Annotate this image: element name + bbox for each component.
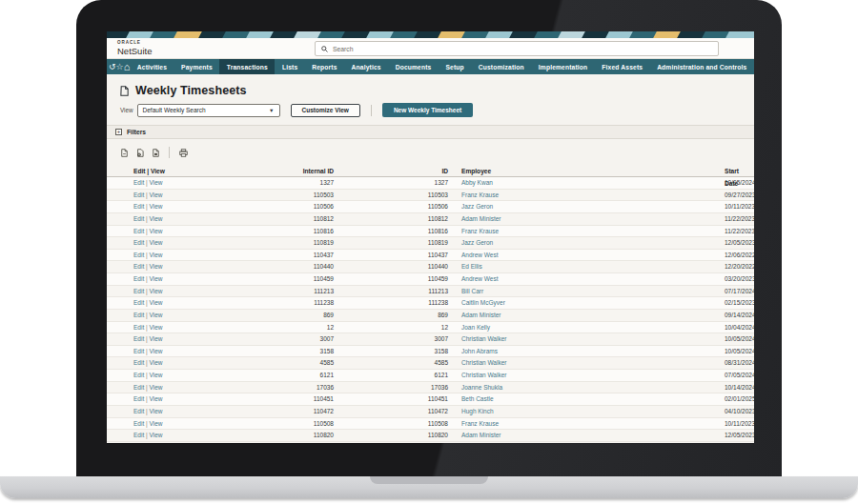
nav-item[interactable]: Payments [174, 59, 220, 74]
edit-link[interactable]: Edit [133, 263, 144, 270]
edit-link[interactable]: Edit [133, 384, 144, 391]
edit-link[interactable]: Edit [133, 203, 144, 210]
view-link[interactable]: View [150, 384, 163, 391]
edit-view-cell: Edit | View [133, 177, 219, 190]
employee-link[interactable]: Hugh Kinch [448, 406, 629, 418]
pipe-separator: | [146, 228, 148, 234]
shortcuts-star-icon[interactable]: ☆ [116, 59, 124, 74]
edit-link[interactable]: Edit [133, 215, 144, 222]
start-date-cell: 09/27/2023 [629, 190, 754, 202]
filters-bar[interactable]: + Filters [107, 125, 754, 139]
employee-link[interactable]: Christian Walker [448, 370, 629, 382]
employee-link[interactable]: Andrew West [448, 273, 629, 286]
view-link[interactable]: View [150, 263, 163, 270]
nav-item[interactable]: Analytics [344, 59, 388, 74]
recent-records-icon[interactable]: ↺ [109, 59, 116, 74]
edit-link[interactable]: Edit [133, 348, 144, 354]
employee-link[interactable]: Beth Castle [448, 393, 629, 406]
nav-item[interactable]: Fixed Assets [595, 59, 650, 74]
view-link[interactable]: View [150, 420, 163, 427]
employee-link[interactable]: Adam Minister [448, 310, 629, 322]
employee-link[interactable]: Franz Krause [448, 226, 629, 238]
view-select[interactable]: Default Weekly Search ▼ [137, 104, 280, 117]
employee-link[interactable]: Adam Minister [448, 213, 629, 226]
home-icon[interactable]: ⌂ [124, 59, 131, 74]
customize-view-button[interactable]: Customize View [291, 104, 360, 117]
nav-item[interactable]: Lists [275, 59, 304, 74]
edit-link[interactable]: Edit [133, 239, 144, 246]
id-cell: 110819 [334, 237, 448, 250]
new-weekly-timesheet-button[interactable]: New Weekly Timesheet [382, 103, 473, 117]
export-csv-icon[interactable] [121, 149, 128, 157]
view-link[interactable]: View [150, 228, 163, 234]
edit-link[interactable]: Edit [133, 359, 144, 366]
employee-link[interactable]: Abby Kwan [448, 177, 629, 190]
view-link[interactable]: View [150, 203, 163, 210]
employee-link[interactable]: Joan Kelly [448, 322, 629, 334]
employee-link[interactable]: Joanne Shukla [448, 382, 629, 394]
view-link[interactable]: View [150, 192, 163, 198]
nav-item[interactable]: Reports [305, 59, 344, 74]
nav-item[interactable]: Transactions [219, 59, 275, 74]
employee-link[interactable]: Christian Walker [448, 333, 629, 346]
nav-item[interactable]: Implementation [531, 59, 595, 74]
view-link[interactable]: View [150, 408, 163, 414]
edit-link[interactable]: Edit [133, 228, 144, 234]
nav-item[interactable]: Setup [439, 59, 471, 74]
view-link[interactable]: View [150, 299, 163, 306]
edit-link[interactable]: Edit [133, 312, 144, 318]
employee-link[interactable]: Christian Walker [448, 357, 629, 370]
edit-link[interactable]: Edit [133, 420, 144, 427]
view-link[interactable]: View [150, 215, 163, 222]
view-link[interactable]: View [150, 372, 163, 378]
search-input[interactable] [333, 46, 712, 52]
view-link[interactable]: View [150, 275, 163, 282]
app-header: ORACLE NetSuite [107, 38, 754, 59]
view-link[interactable]: View [150, 239, 163, 246]
employee-link[interactable]: Bill Carr [448, 286, 629, 298]
employee-link[interactable]: Jazz Geron [448, 237, 629, 250]
view-link[interactable]: View [150, 432, 163, 438]
edit-link[interactable]: Edit [133, 335, 144, 342]
view-link[interactable]: View [150, 359, 163, 366]
export-pdf-icon[interactable] [153, 149, 159, 157]
start-date-cell: 11/22/2023 [629, 213, 754, 226]
pipe-separator: | [146, 384, 148, 391]
print-icon[interactable] [179, 149, 188, 157]
nav-item[interactable]: Administration and Controls [650, 59, 754, 74]
edit-link[interactable]: Edit [133, 252, 144, 258]
employee-link[interactable]: John Abrams [448, 346, 629, 358]
employee-link[interactable]: Jazz Geron [448, 201, 629, 213]
edit-link[interactable]: Edit [133, 288, 144, 294]
employee-link[interactable]: Franz Krause [448, 418, 629, 431]
edit-link[interactable]: Edit [133, 324, 144, 331]
edit-link[interactable]: Edit [133, 275, 144, 282]
view-link[interactable]: View [150, 312, 163, 318]
view-link[interactable]: View [150, 324, 163, 331]
edit-link[interactable]: Edit [133, 299, 144, 306]
edit-link[interactable]: Edit [133, 395, 144, 402]
pipe-separator: | [146, 395, 148, 402]
nav-item[interactable]: Documents [388, 59, 439, 74]
edit-link[interactable]: Edit [133, 432, 144, 438]
employee-link[interactable]: Caitlin McGyver [448, 297, 629, 310]
view-link[interactable]: View [150, 288, 163, 294]
export-excel-icon[interactable] [136, 149, 144, 157]
global-search[interactable] [315, 41, 719, 56]
view-link[interactable]: View [150, 179, 163, 186]
employee-link[interactable]: Adam Minister [448, 430, 629, 442]
nav-item[interactable]: Customization [471, 59, 531, 74]
view-link[interactable]: View [150, 252, 163, 258]
edit-link[interactable]: Edit [133, 179, 144, 186]
view-link[interactable]: View [150, 348, 163, 354]
expand-plus-icon[interactable]: + [115, 129, 122, 135]
employee-link[interactable]: Franz Krause [448, 190, 629, 202]
view-link[interactable]: View [150, 395, 163, 402]
edit-link[interactable]: Edit [133, 372, 144, 378]
employee-link[interactable]: Andrew West [448, 250, 629, 262]
nav-item[interactable]: Activities [130, 59, 174, 74]
edit-link[interactable]: Edit [133, 408, 144, 414]
edit-link[interactable]: Edit [133, 192, 144, 198]
view-link[interactable]: View [150, 335, 163, 342]
employee-link[interactable]: Ed Ellis [448, 261, 629, 273]
